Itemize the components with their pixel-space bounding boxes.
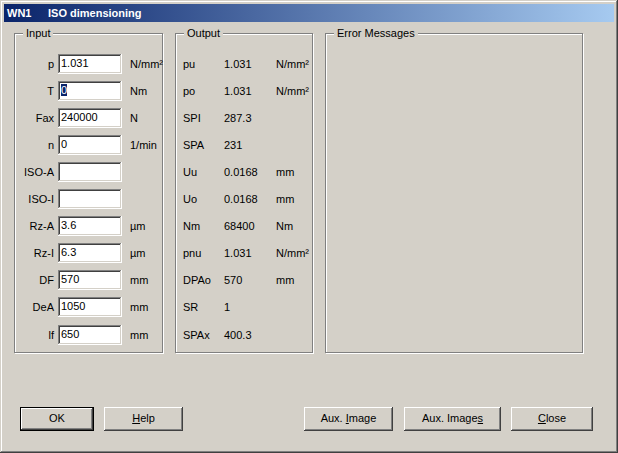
help-button[interactable]: Help <box>104 407 183 431</box>
input-field-rz-i[interactable]: 6.3 <box>58 243 122 263</box>
output-label-po: po <box>183 81 195 101</box>
input-field-iso-i[interactable] <box>58 189 122 209</box>
input-label-rz-a: Rz-A <box>10 216 54 236</box>
input-unit-rz-a: µm <box>130 216 146 236</box>
input-label-iso-a: ISO-A <box>10 162 54 182</box>
input-value-df: 570 <box>61 273 79 285</box>
output-value-nm: 68400 <box>224 216 255 236</box>
input-label-p: p <box>10 54 54 74</box>
close-button[interactable]: Close <box>511 407 593 431</box>
input-field-iso-a[interactable] <box>58 162 122 182</box>
input-value-n: 0 <box>61 138 67 150</box>
input-label-fax: Fax <box>10 108 54 128</box>
output-value-sr: 1 <box>224 297 230 317</box>
input-unit-df: mm <box>130 270 148 290</box>
input-value-t: 0 <box>61 84 67 96</box>
output-value-po: 1.031 <box>224 81 252 101</box>
input-field-lf[interactable]: 650 <box>58 325 122 345</box>
output-label-pu: pu <box>183 54 195 74</box>
output-label-uu: Uu <box>183 162 197 182</box>
window-code: WN1 <box>7 4 31 22</box>
input-unit-fax: N <box>130 108 138 128</box>
ok-button[interactable]: OK <box>20 407 94 431</box>
input-label-iso-i: ISO-I <box>10 189 54 209</box>
input-unit-p: N/mm² <box>130 54 163 74</box>
output-unit-dpao: mm <box>276 270 294 290</box>
output-label-nm: Nm <box>183 216 200 236</box>
output-unit-pu: N/mm² <box>276 54 309 74</box>
input-label-dea: DeA <box>10 297 54 317</box>
output-label-spi: SPI <box>183 108 201 128</box>
output-value-spax: 400.3 <box>224 325 252 345</box>
output-label-spax: SPAx <box>183 325 210 345</box>
input-field-p[interactable]: 1.031 <box>58 54 122 74</box>
window-title: ISO dimensioning <box>48 4 142 22</box>
input-label-df: DF <box>10 270 54 290</box>
aux-images-button[interactable]: Aux. Images <box>404 407 501 431</box>
output-value-dpao: 570 <box>224 270 242 290</box>
input-value-p: 1.031 <box>61 57 89 69</box>
input-field-n[interactable]: 0 <box>58 135 122 155</box>
input-field-fax[interactable]: 240000 <box>58 108 122 128</box>
output-value-uu: 0.0168 <box>224 162 258 182</box>
input-field-t[interactable]: 0 <box>58 81 122 101</box>
output-value-spa: 231 <box>224 135 242 155</box>
output-value-pu: 1.031 <box>224 54 252 74</box>
input-field-dea[interactable]: 1050 <box>58 297 122 317</box>
input-field-rz-a[interactable]: 3.6 <box>58 216 122 236</box>
input-unit-rz-i: µm <box>130 243 146 263</box>
input-unit-dea: mm <box>130 297 148 317</box>
input-label-t: T <box>10 81 54 101</box>
input-label-rz-i: Rz-I <box>10 243 54 263</box>
output-label-sr: SR <box>183 297 198 317</box>
input-value-fax: 240000 <box>61 111 98 123</box>
error-messages-group: Error Messages <box>325 33 583 353</box>
output-label-spa: SPA <box>183 135 204 155</box>
input-group-label: Input <box>23 27 53 40</box>
output-label-dpao: DPAo <box>183 270 211 290</box>
output-label-uo: Uo <box>183 189 197 209</box>
output-label-pnu: pnu <box>183 243 201 263</box>
output-value-pnu: 1.031 <box>224 243 252 263</box>
output-value-uo: 0.0168 <box>224 189 258 209</box>
input-unit-t: Nm <box>130 81 147 101</box>
input-unit-n: 1/min <box>130 135 157 155</box>
output-unit-nm: Nm <box>276 216 293 236</box>
input-field-df[interactable]: 570 <box>58 270 122 290</box>
output-unit-uo: mm <box>276 189 294 209</box>
output-group-label: Output <box>184 27 223 40</box>
error-messages-group-label: Error Messages <box>334 27 418 40</box>
input-value-dea: 1050 <box>61 300 85 312</box>
input-value-lf: 650 <box>61 328 79 340</box>
title-bar[interactable]: WN1 ISO dimensioning <box>4 4 614 22</box>
input-label-n: n <box>10 135 54 155</box>
dialog-window: WN1 ISO dimensioning Input Output Error … <box>0 0 618 453</box>
input-value-rz-i: 6.3 <box>61 246 76 258</box>
output-value-spi: 287.3 <box>224 108 252 128</box>
input-label-lf: lf <box>10 325 54 345</box>
output-unit-pnu: N/mm² <box>276 243 309 263</box>
output-unit-po: N/mm² <box>276 81 309 101</box>
input-unit-lf: mm <box>130 325 148 345</box>
input-value-rz-a: 3.6 <box>61 219 76 231</box>
aux-image-button[interactable]: Aux. Image <box>304 407 393 431</box>
output-unit-uu: mm <box>276 162 294 182</box>
